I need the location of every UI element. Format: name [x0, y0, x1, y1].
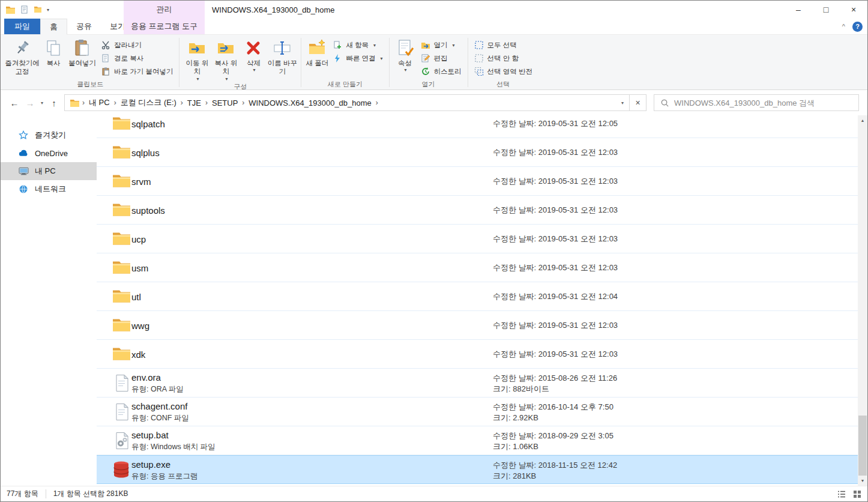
history-button[interactable]: 히스토리: [418, 65, 465, 78]
address-history-arrow-icon[interactable]: ▾: [616, 100, 629, 106]
ribbon-group-clipboard: 즐겨찾기에 고정 복사 붙여넣기: [3, 35, 177, 89]
file-name: srvm: [131, 176, 151, 186]
vertical-scrollbar[interactable]: ▲ ▼: [858, 115, 867, 486]
large-icons-view-button[interactable]: [849, 486, 865, 502]
sidebar-item-network[interactable]: 네트워크: [1, 180, 97, 198]
tab-home[interactable]: 홈: [40, 19, 67, 35]
paste-shortcut-label: 바로 가기 붙여넣기: [114, 67, 173, 76]
file-modified-date: 수정한 날짜: 2015-08-26 오전 11:26: [493, 373, 617, 384]
easy-access-label: 빠른 연결: [346, 54, 375, 63]
file-name: setup.bat: [131, 430, 169, 440]
window-title: WINDOWS.X64_193000_db_home: [212, 1, 335, 19]
file-row-srvm[interactable]: srvm 수정한 날짜: 2019-05-31 오전 12:03: [97, 167, 858, 196]
copy-button[interactable]: 복사: [40, 35, 67, 67]
recent-locations-arrow-icon[interactable]: ▾: [38, 95, 46, 110]
back-button[interactable]: ←: [7, 95, 22, 110]
file-row-setup-bat[interactable]: setup.bat 유형: Windows 배치 파일 수정한 날짜: 2018…: [97, 426, 858, 455]
select-none-button[interactable]: 선택 안 함: [471, 52, 535, 65]
file-row-sqlplus[interactable]: sqlplus 수정한 날짜: 2019-05-31 오전 12:03: [97, 138, 858, 167]
scrollbar-thumb[interactable]: [858, 416, 867, 476]
file-modified-date: 수정한 날짜: 2019-05-31 오전 12:03: [493, 234, 618, 244]
new-item-button[interactable]: 새 항목▾: [330, 38, 385, 52]
document-icon: [112, 373, 131, 393]
copy-to-button[interactable]: 복사 위치▾: [211, 35, 240, 82]
file-modified-date: 수정한 날짜: 2019-05-31 오전 12:05: [493, 118, 618, 129]
refresh-stop-button[interactable]: ×: [630, 94, 646, 111]
large-icons-view-icon: [853, 490, 861, 498]
setup-exe-icon: [112, 460, 131, 480]
move-to-button[interactable]: 이동 위치▾: [182, 35, 211, 82]
new-folder-button[interactable]: 새 폴더: [304, 35, 330, 67]
breadcrumb-item-this-pc[interactable]: 내 PC: [85, 97, 114, 108]
pin-icon: [13, 38, 32, 58]
file-row-schagent-conf[interactable]: schagent.conf 유형: CONF 파일 수정한 날짜: 2016-1…: [97, 398, 858, 426]
folder-icon: [112, 258, 131, 277]
pin-to-quick-access-button[interactable]: 즐겨찾기에 고정: [4, 35, 40, 76]
maximize-button[interactable]: □: [812, 1, 840, 19]
file-modified-date: 수정한 날짜: 2016-10-14 오후 7:50: [493, 402, 613, 413]
file-row-ucp[interactable]: ucp 수정한 날짜: 2019-05-31 오전 12:03: [97, 225, 858, 253]
file-modified-date: 수정한 날짜: 2018-11-15 오전 12:42: [493, 460, 617, 471]
sidebar-item-label: 네트워크: [35, 184, 66, 195]
rename-icon: [273, 38, 292, 58]
invert-selection-button[interactable]: 선택 영역 반전: [471, 65, 535, 78]
file-row-usm[interactable]: usm 수정한 날짜: 2019-05-31 오전 12:03: [97, 253, 858, 282]
tab-file[interactable]: 파일: [4, 19, 40, 34]
qat-customize-arrow-icon[interactable]: ▾: [47, 7, 49, 13]
scroll-down-arrow-icon[interactable]: ▼: [858, 476, 867, 486]
breadcrumb-item-setup[interactable]: SETUP: [208, 98, 242, 107]
file-row-xdk[interactable]: xdk 수정한 날짜: 2019-05-31 오전 12:03: [97, 340, 858, 369]
scroll-up-arrow-icon[interactable]: ▲: [858, 115, 867, 126]
file-modified-date: 수정한 날짜: 2019-05-31 오전 12:03: [493, 176, 618, 187]
dropdown-arrow-icon: ▾: [373, 43, 376, 48]
tab-share[interactable]: 공유: [67, 19, 101, 34]
sidebar-item-onedrive[interactable]: OneDrive: [1, 144, 97, 162]
cut-button[interactable]: 잘라내기: [98, 38, 176, 52]
new-folder-icon: [307, 38, 327, 58]
details-view-button[interactable]: [834, 486, 849, 502]
file-row-setup-exe[interactable]: setup.exe 유형: 응용 프로그램 수정한 날짜: 2018-11-15…: [97, 455, 858, 484]
dropdown-arrow-icon: ▾: [381, 56, 383, 61]
search-box[interactable]: [654, 94, 859, 111]
file-row-wwg[interactable]: wwg 수정한 날짜: 2019-05-31 오전 12:03: [97, 311, 858, 340]
copy-path-button[interactable]: 경로 복사: [98, 52, 176, 65]
file-modified-date: 수정한 날짜: 2019-05-31 오전 12:03: [493, 147, 618, 158]
close-button[interactable]: ×: [840, 1, 867, 19]
rename-button[interactable]: 이름 바꾸기: [267, 35, 298, 76]
sidebar-item-quick-access[interactable]: 즐겨찾기: [1, 126, 97, 144]
breadcrumb[interactable]: › 내 PC › 로컬 디스크 (E:) › TJE › SETUP › WIN…: [64, 94, 630, 111]
paste-button[interactable]: 붙여넣기: [67, 35, 98, 67]
edit-button[interactable]: 편집: [418, 52, 465, 65]
folder-icon: [112, 142, 131, 162]
forward-button[interactable]: →: [22, 95, 38, 110]
collapse-ribbon-icon[interactable]: ^: [842, 23, 845, 30]
file-row-suptools[interactable]: suptools 수정한 날짜: 2019-05-31 오전 12:03: [97, 196, 858, 225]
qat-properties-icon[interactable]: [20, 5, 29, 14]
file-name: utl: [131, 291, 141, 301]
help-icon[interactable]: ?: [852, 22, 863, 32]
file-row-env-ora[interactable]: env.ora 유형: ORA 파일 수정한 날짜: 2015-08-26 오전…: [97, 369, 858, 398]
open-button[interactable]: 열기▾: [418, 38, 465, 52]
delete-button[interactable]: 삭제▾: [240, 35, 267, 73]
up-button[interactable]: ↑: [46, 95, 62, 110]
breadcrumb-item-tje[interactable]: TJE: [183, 98, 205, 107]
select-all-button[interactable]: 모두 선택: [471, 38, 535, 52]
file-row-utl[interactable]: utl 수정한 날짜: 2019-05-31 오전 12:04: [97, 282, 858, 311]
qat-new-folder-icon[interactable]: [34, 5, 42, 14]
file-modified-date: 수정한 날짜: 2018-09-29 오전 3:05: [493, 431, 613, 441]
sidebar-item-this-pc[interactable]: 내 PC: [1, 162, 97, 180]
file-row-sqlpatch[interactable]: sqlpatch 수정한 날짜: 2019-05-31 오전 12:05: [97, 115, 858, 138]
copy-path-label: 경로 복사: [114, 54, 143, 63]
breadcrumb-item-current-folder[interactable]: WINDOWS.X64_193000_db_home: [244, 98, 376, 107]
search-input[interactable]: [674, 98, 858, 107]
dropdown-arrow-icon: ▾: [196, 76, 199, 82]
breadcrumb-item-drive[interactable]: 로컬 디스크 (E:): [116, 97, 181, 108]
view-toggle-buttons: [834, 486, 867, 502]
tab-application-tools[interactable]: 응용 프로그램 도구: [124, 19, 205, 34]
paste-shortcut-button[interactable]: 바로 가기 붙여넣기: [98, 65, 176, 78]
minimize-button[interactable]: –: [785, 1, 812, 19]
easy-access-button[interactable]: 빠른 연결▾: [330, 52, 385, 65]
folder-icon: [112, 115, 131, 133]
new-folder-label: 새 폴더: [306, 59, 329, 67]
properties-button[interactable]: 속성▾: [393, 35, 418, 73]
